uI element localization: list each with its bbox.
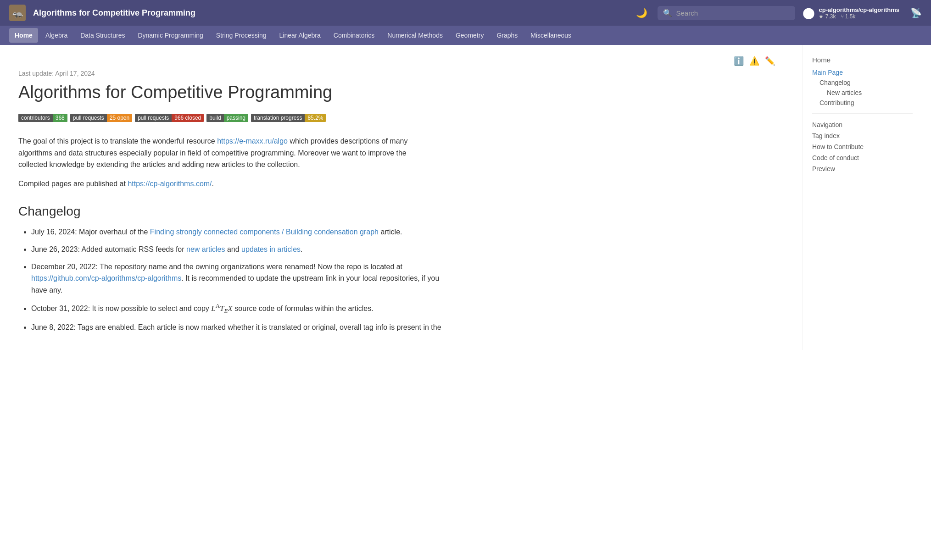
sidebar-main-page[interactable]: Main Page <box>812 67 913 78</box>
github-section: ⬤ cp-algorithms/cp-algorithms ★ 7.3k ⑂ 1… <box>803 6 899 20</box>
badges-container: contributors 368 pull requests 25 open p… <box>18 113 784 122</box>
nav-item-dynamic-programming[interactable]: Dynamic Programming <box>132 28 208 43</box>
github-info: cp-algorithms/cp-algorithms ★ 7.3k ⑂ 1.5… <box>819 6 899 20</box>
edit-icon[interactable]: ✏️ <box>765 56 775 66</box>
cp-algorithms-link[interactable]: https://cp-algorithms.com/ <box>128 180 212 188</box>
changelog-item-3: December 20, 2022: The repository name a… <box>31 261 444 296</box>
intro-paragraph: The goal of this project is to translate… <box>18 135 431 171</box>
badge-pull-requests-open: pull requests 25 open <box>70 113 132 122</box>
github-repo-link[interactable]: https://github.com/cp-algorithms/cp-algo… <box>31 274 181 282</box>
latex-logo: LATEX <box>211 304 233 313</box>
sidebar-how-to-contribute[interactable]: How to Contribute <box>812 141 913 152</box>
changelog-list: July 16, 2024: Major overhaul of the Fin… <box>18 226 784 333</box>
sidebar-home-title: Home <box>812 56 913 64</box>
info-icons-row: ℹ️ ⚠️ ✏️ <box>18 56 784 66</box>
changelog-item-2: June 26, 2023: Added automatic RSS feeds… <box>31 244 444 255</box>
nav-item-graphs[interactable]: Graphs <box>491 28 523 43</box>
rss-icon[interactable]: 📡 <box>910 7 922 18</box>
nav-item-miscellaneous[interactable]: Miscellaneous <box>525 28 577 43</box>
sidebar-navigation[interactable]: Navigation <box>812 119 913 130</box>
badge-pull-requests-closed: pull requests 966 closed <box>135 113 204 122</box>
sidebar-code-of-conduct[interactable]: Code of conduct <box>812 152 913 163</box>
changelog-item-5: June 8, 2022: Tags are enabled. Each art… <box>31 322 444 333</box>
changelog-title: Changelog <box>18 204 784 219</box>
sidebar-new-articles[interactable]: New articles <box>812 88 913 98</box>
info-icon[interactable]: ℹ️ <box>734 56 744 66</box>
nav-item-geometry[interactable]: Geometry <box>450 28 489 43</box>
nav-item-data-structures[interactable]: Data Structures <box>75 28 130 43</box>
sidebar: Home Main Page Changelog New articles Co… <box>803 45 922 350</box>
nav-item-numerical-methods[interactable]: Numerical Methods <box>382 28 448 43</box>
nav-item-algebra[interactable]: Algebra <box>40 28 73 43</box>
github-repo-stats: ★ 7.3k ⑂ 1.5k <box>819 13 899 20</box>
sidebar-preview[interactable]: Preview <box>812 163 913 174</box>
nav-item-string-processing[interactable]: String Processing <box>211 28 272 43</box>
new-articles-link[interactable]: new articles <box>186 245 225 253</box>
search-input[interactable] <box>676 9 790 17</box>
site-logo: 🦡 <box>9 5 26 21</box>
compiled-pages-paragraph: Compiled pages are published at https://… <box>18 178 431 190</box>
main-layout: ℹ️ ⚠️ ✏️ Last update: April 17, 2024 Alg… <box>0 45 931 350</box>
badge-translation-progress: translation progress 85.2% <box>251 113 326 122</box>
sidebar-tag-index[interactable]: Tag index <box>812 130 913 141</box>
nav-item-home[interactable]: Home <box>9 28 38 43</box>
page-title: Algorithms for Competitive Programming <box>18 83 784 102</box>
badge-contributors: contributors 368 <box>18 113 67 122</box>
sidebar-changelog[interactable]: Changelog <box>812 78 913 88</box>
changelog-item-4: October 31, 2022: It is now possible to … <box>31 301 444 316</box>
nav-item-linear-algebra[interactable]: Linear Algebra <box>274 28 326 43</box>
updates-link[interactable]: updates in articles <box>241 245 301 253</box>
sidebar-divider-1 <box>812 113 913 114</box>
warning-icon[interactable]: ⚠️ <box>749 56 759 66</box>
github-repo-name: cp-algorithms/cp-algorithms <box>819 6 899 13</box>
search-icon: 🔍 <box>663 9 672 17</box>
search-bar: 🔍 <box>658 6 795 20</box>
site-title: Algorithms for Competitive Programming <box>33 8 195 18</box>
last-update: Last update: April 17, 2024 <box>18 70 784 77</box>
changelog-item-1: July 16, 2024: Major overhaul of the Fin… <box>31 226 444 238</box>
emax-link[interactable]: https://e-maxx.ru/algo <box>217 137 288 145</box>
sidebar-contributing[interactable]: Contributing <box>812 98 913 108</box>
github-icon: ⬤ <box>803 6 815 19</box>
badge-build: build passing <box>206 113 248 122</box>
top-header: 🦡 Algorithms for Competitive Programming… <box>0 0 931 26</box>
content-area: ℹ️ ⚠️ ✏️ Last update: April 17, 2024 Alg… <box>0 45 803 350</box>
nav-item-combinatorics[interactable]: Combinatorics <box>328 28 380 43</box>
nav-bar: Home Algebra Data Structures Dynamic Pro… <box>0 26 931 45</box>
scc-link[interactable]: Finding strongly connected components / … <box>150 228 379 236</box>
dark-mode-button[interactable]: 🌙 <box>633 5 650 21</box>
